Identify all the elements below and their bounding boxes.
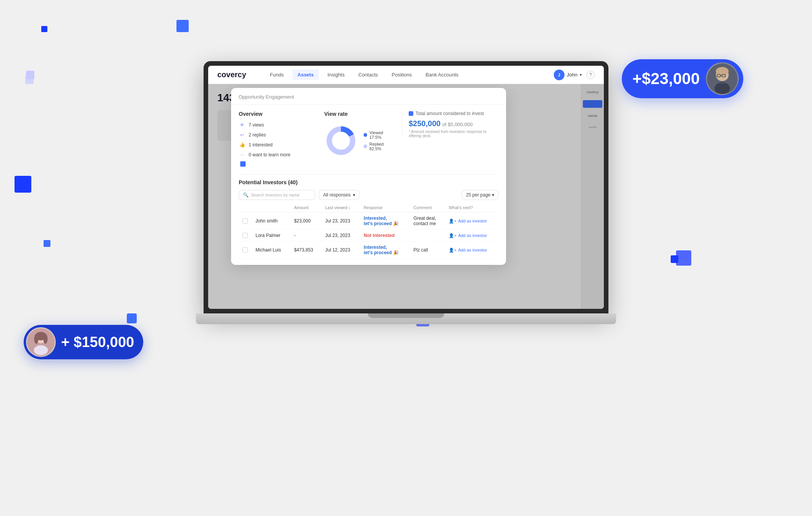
top-badge-amount: +$23,000 bbox=[632, 70, 700, 88]
overview-section: Overview 👁 7 views ↩ 2 replies bbox=[239, 111, 498, 167]
col-whats-next: What's next? bbox=[445, 203, 498, 213]
total-label: Total amount considered to invest bbox=[416, 111, 484, 116]
nav-right: J John ▾ ? bbox=[554, 70, 595, 80]
top-right-badge: +$23,000 bbox=[622, 59, 743, 98]
table-row: Michael Luis $473,853 Jul 12, 2023 Inter… bbox=[239, 242, 498, 259]
viewed-dot bbox=[364, 133, 367, 137]
chart-area: View rate bbox=[324, 111, 393, 160]
svg-point-6 bbox=[34, 334, 38, 344]
row3-amount: $473,853 bbox=[290, 242, 322, 259]
row3-response: Interested,let's proceed 🎉 bbox=[364, 245, 399, 255]
modal-header: Opportunity Engagement bbox=[231, 88, 506, 105]
row2-add-investor[interactable]: 👤+ Add as investor bbox=[449, 233, 495, 238]
stat-interested: 👍 1 interested bbox=[239, 141, 315, 148]
laptop-wrapper: covercy Funds Assets Insights Contacts P… bbox=[196, 38, 616, 478]
views-value: 7 views bbox=[249, 122, 264, 128]
views-icon: 👁 bbox=[239, 122, 246, 128]
table-body: John smith $23,000 Jul 23, 2023 Interest… bbox=[239, 213, 498, 259]
laptop-base bbox=[196, 313, 616, 324]
nav-link-insights[interactable]: Insights bbox=[322, 70, 350, 80]
total-amount-display: $250,000 of $5,000,000 bbox=[409, 119, 498, 128]
bottom-left-badge: + $150,000 bbox=[24, 325, 143, 359]
top-badge-avatar bbox=[706, 62, 739, 95]
nav-link-funds[interactable]: Funds bbox=[265, 70, 289, 80]
total-icon bbox=[409, 111, 413, 116]
deco-square-1 bbox=[41, 26, 47, 32]
per-page-chevron-icon: ▾ bbox=[492, 192, 494, 198]
search-placeholder: Search investors by name bbox=[251, 193, 299, 197]
stat-learn-more: ··· 0 want to learn more bbox=[239, 151, 315, 158]
deco-square-2 bbox=[176, 20, 189, 32]
total-section: Total amount considered to invest $250,0… bbox=[402, 111, 498, 138]
modal-body: Overview 👁 7 views ↩ 2 replies bbox=[231, 105, 506, 265]
filter-button[interactable]: All responses ▾ bbox=[319, 190, 359, 200]
col-name bbox=[252, 203, 290, 213]
table-row: John smith $23,000 Jul 23, 2023 Interest… bbox=[239, 213, 498, 230]
deco-square-12 bbox=[671, 255, 678, 263]
bottom-badge-amount: + $150,000 bbox=[61, 334, 134, 350]
row3-name: Michael Luis bbox=[252, 242, 290, 259]
nav-links: Funds Assets Insights Contacts Positions… bbox=[265, 70, 542, 80]
chart-label: View rate bbox=[324, 111, 348, 117]
nav-link-assets[interactable]: Assets bbox=[292, 70, 319, 80]
woman-silhouette-icon bbox=[27, 327, 55, 357]
replies-icon: ↩ bbox=[239, 131, 246, 138]
nav-link-bank-accounts[interactable]: Bank Accounts bbox=[420, 70, 464, 80]
deco-square-8 bbox=[127, 313, 137, 323]
investors-section: Potential Investors (40) 🔍 Search invest… bbox=[239, 174, 498, 259]
viewed-label: Viewed 17.5% bbox=[369, 130, 393, 140]
investors-controls: 🔍 Search investors by name All responses… bbox=[239, 190, 359, 200]
replied-label: Replied 82.5% bbox=[369, 142, 393, 151]
laptop-screen: covercy Funds Assets Insights Contacts P… bbox=[208, 66, 604, 309]
search-box[interactable]: 🔍 Search investors by name bbox=[239, 190, 315, 200]
row2-checkbox[interactable] bbox=[243, 233, 248, 238]
stat-replies: ↩ 2 replies bbox=[239, 131, 315, 138]
investors-table: Amount Last viewed ↓ Response Comment Wh… bbox=[239, 203, 498, 259]
app-navbar: covercy Funds Assets Insights Contacts P… bbox=[208, 66, 604, 84]
help-icon[interactable]: ? bbox=[586, 71, 595, 79]
row1-checkbox[interactable] bbox=[243, 218, 248, 224]
controls-row: 🔍 Search investors by name All responses… bbox=[239, 190, 498, 200]
per-page-button[interactable]: 25 per page ▾ bbox=[462, 190, 498, 200]
total-amount-value: $250,000 bbox=[409, 119, 440, 128]
donut-container: Viewed 17.5% Replied 82.5% bbox=[324, 122, 393, 160]
table-row: Lora Palmer - Jul 23, 2023 Not intereste… bbox=[239, 230, 498, 242]
total-note: * Amount received from investors' respon… bbox=[409, 130, 498, 138]
col-response: Response bbox=[360, 203, 409, 213]
filter-chevron-icon: ▾ bbox=[353, 192, 355, 198]
row1-last-viewed: Jul 23, 2023 bbox=[321, 213, 360, 230]
accent-square bbox=[240, 161, 246, 167]
deco-square-6 bbox=[25, 76, 34, 84]
row1-name: John smith bbox=[252, 213, 290, 230]
bottom-badge-avatar bbox=[26, 327, 56, 357]
row2-last-viewed: Jul 23, 2023 bbox=[321, 230, 360, 242]
row2-amount: - bbox=[290, 230, 322, 242]
row1-amount: $23,000 bbox=[290, 213, 322, 230]
filter-label: All responses bbox=[323, 192, 351, 198]
col-checkbox bbox=[239, 203, 252, 213]
col-last-viewed: Last viewed ↓ bbox=[321, 203, 360, 213]
main-content: 143 Opportunity Engagement bbox=[208, 84, 604, 309]
deco-square-4 bbox=[15, 176, 31, 193]
total-of-value: of $5,000,000 bbox=[442, 122, 473, 127]
replied-dot bbox=[364, 144, 367, 148]
nav-link-contacts[interactable]: Contacts bbox=[353, 70, 383, 80]
row3-add-investor[interactable]: 👤+ Add as investor bbox=[449, 248, 495, 253]
learn-more-value: 0 want to learn more bbox=[249, 152, 290, 157]
svg-point-7 bbox=[43, 334, 47, 344]
nav-link-positions[interactable]: Positions bbox=[387, 70, 417, 80]
man-silhouette-icon bbox=[707, 62, 738, 95]
col-amount: Amount bbox=[290, 203, 322, 213]
opportunity-modal: Opportunity Engagement Overview 👁 bbox=[231, 88, 506, 265]
modal-title: Opportunity Engagement bbox=[239, 94, 498, 100]
row3-checkbox[interactable] bbox=[243, 247, 248, 253]
row1-response: Interested,let's proceed 🎉 bbox=[364, 216, 399, 226]
legend-viewed: Viewed 17.5% bbox=[364, 130, 393, 140]
user-menu[interactable]: J John ▾ bbox=[554, 70, 582, 80]
row2-comment bbox=[410, 230, 445, 242]
add-investor-icon: 👤+ bbox=[449, 219, 456, 224]
row1-add-investor[interactable]: 👤+ Add as investor bbox=[449, 219, 495, 224]
stat-views: 👁 7 views bbox=[239, 122, 315, 128]
add-investor-icon-3: 👤+ bbox=[449, 248, 456, 253]
replies-value: 2 replies bbox=[249, 132, 266, 138]
